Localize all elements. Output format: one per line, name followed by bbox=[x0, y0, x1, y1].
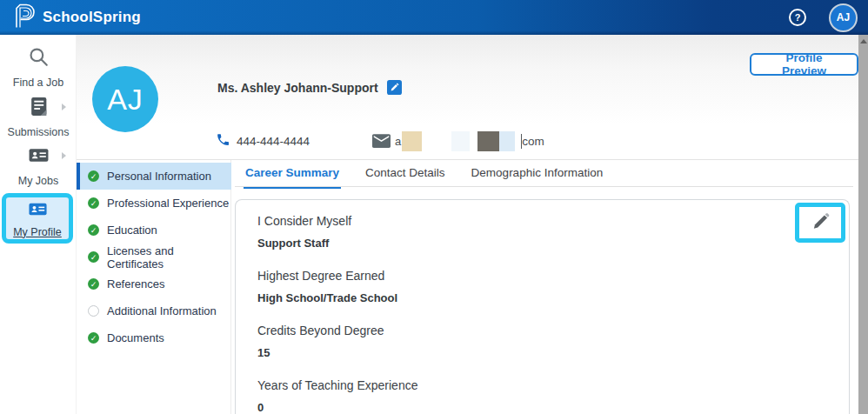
email-redaction-block bbox=[402, 131, 422, 151]
chevron-right-icon bbox=[62, 104, 66, 110]
id-card-icon bbox=[28, 144, 50, 170]
nav-item-additional-information[interactable]: Additional Information bbox=[77, 297, 231, 324]
sidebar-item-find-a-job[interactable]: Find a Job bbox=[0, 45, 77, 89]
tab-career-summary[interactable]: Career Summary bbox=[244, 160, 341, 189]
page: SchoolSpring ? AJ Find a Job bbox=[0, 0, 868, 414]
sidebar-item-label: Submissions bbox=[8, 126, 70, 138]
email-icon bbox=[372, 134, 391, 148]
search-icon bbox=[27, 45, 50, 71]
check-circle-icon: ✓ bbox=[88, 332, 99, 344]
user-avatar[interactable]: AJ bbox=[829, 3, 858, 32]
profile-section-nav: ✓ Personal Information ✓ Professional Ex… bbox=[77, 160, 231, 414]
email-text-end: com bbox=[522, 135, 544, 148]
profile-header: AJ Ms. Ashley Johann-Support 444-444-444… bbox=[77, 35, 858, 159]
help-icon[interactable]: ? bbox=[789, 9, 806, 26]
profile-avatar: AJ bbox=[92, 66, 158, 132]
content-region: ✓ Personal Information ✓ Professional Ex… bbox=[77, 159, 858, 414]
brand-name: SchoolSpring bbox=[43, 9, 141, 26]
nav-item-education[interactable]: ✓ Education bbox=[77, 217, 231, 244]
sidebar-item-label: My Jobs bbox=[18, 175, 59, 187]
nav-item-professional-experience[interactable]: ✓ Professional Experience bbox=[77, 190, 231, 217]
tab-contact-details[interactable]: Contact Details bbox=[364, 160, 447, 189]
powerschool-logo-icon bbox=[12, 3, 35, 32]
email-text-start: a bbox=[395, 135, 401, 148]
field-highest-degree-earned: Highest Degree Earned High School/Trade … bbox=[257, 269, 849, 304]
nav-item-documents[interactable]: ✓ Documents bbox=[77, 324, 231, 351]
sidebar-item-my-jobs[interactable]: My Jobs bbox=[0, 144, 77, 187]
profile-name: Ms. Ashley Johann-Support bbox=[217, 81, 378, 95]
tab-bar: Career Summary Contact Details Demograph… bbox=[244, 160, 604, 189]
empty-circle-icon bbox=[88, 305, 99, 317]
profile-detail-panel: Career Summary Contact Details Demograph… bbox=[231, 160, 858, 414]
phone-number: 444-444-4444 bbox=[237, 135, 310, 148]
nav-item-references[interactable]: ✓ References bbox=[77, 270, 231, 297]
scroll-up-icon[interactable] bbox=[860, 39, 867, 43]
document-icon bbox=[28, 96, 50, 121]
career-summary-card: I Consider Myself Support Staff Highest … bbox=[235, 199, 850, 414]
check-circle-icon: ✓ bbox=[88, 197, 99, 209]
sidebar-item-label: My Profile bbox=[13, 226, 62, 238]
profile-preview-button[interactable]: Profile Preview bbox=[750, 53, 858, 76]
email-redaction-block bbox=[451, 131, 470, 151]
sidebar-item-label: Find a Job bbox=[13, 77, 63, 89]
highlight-box-edit bbox=[795, 203, 845, 243]
id-card-icon bbox=[28, 199, 48, 223]
chevron-right-icon bbox=[62, 152, 66, 159]
contact-row: 444-444-4444 a com bbox=[216, 130, 544, 151]
check-circle-icon: ✓ bbox=[88, 278, 99, 290]
sidebar-item-submissions[interactable]: Submissions bbox=[0, 96, 77, 138]
field-years-of-teaching-experience: Years of Teaching Experience 0 bbox=[257, 378, 849, 414]
check-circle-icon: ✓ bbox=[88, 224, 99, 236]
tab-bar-divider bbox=[235, 186, 853, 187]
top-navigation-bar: SchoolSpring ? AJ bbox=[0, 0, 868, 35]
tab-demographic-information[interactable]: Demographic Information bbox=[470, 160, 605, 189]
field-credits-beyond-degree: Credits Beyond Degree 15 bbox=[257, 324, 849, 359]
email-redaction-block bbox=[499, 131, 515, 151]
check-circle-icon: ✓ bbox=[88, 251, 99, 263]
sidebar-item-my-profile[interactable]: My Profile bbox=[2, 193, 73, 244]
field-i-consider-myself: I Consider Myself Support Staff bbox=[257, 214, 849, 250]
check-circle-icon: ✓ bbox=[88, 170, 99, 182]
vertical-scrollbar[interactable] bbox=[858, 35, 868, 414]
nav-item-personal-information[interactable]: ✓ Personal Information bbox=[77, 163, 231, 190]
nav-item-licenses-and-certificates[interactable]: ✓ Licenses and Certificates bbox=[77, 244, 231, 270]
app-sidebar: Find a Job Submissions bbox=[0, 35, 77, 414]
edit-career-summary-button[interactable] bbox=[811, 211, 831, 234]
pencil-icon bbox=[811, 211, 831, 234]
edit-name-icon[interactable] bbox=[387, 80, 402, 95]
phone-icon bbox=[216, 132, 230, 150]
email-redaction-block bbox=[477, 131, 499, 151]
